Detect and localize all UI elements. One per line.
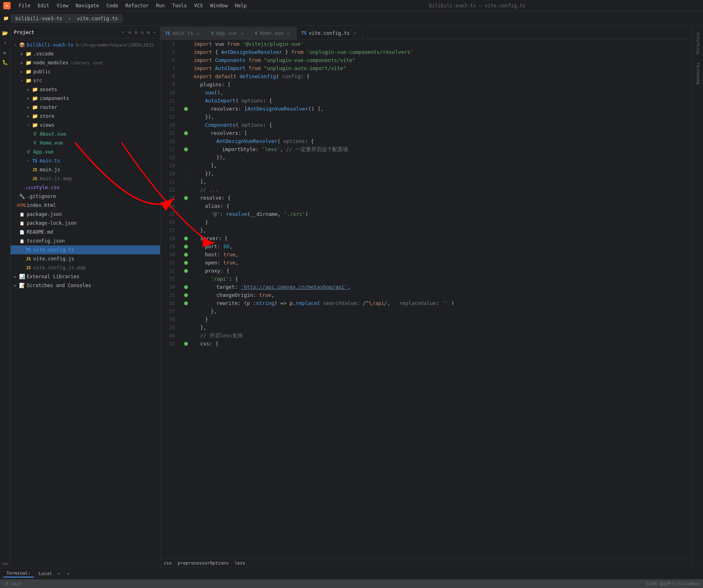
- line-num-13: 13: [160, 113, 177, 121]
- gutter-11: ⌄: [180, 97, 192, 105]
- tree-item-about-vue[interactable]: V About.vue: [11, 130, 160, 138]
- terminal-add-btn[interactable]: +: [56, 571, 62, 577]
- tree-item-store[interactable]: ▶ 📁 store: [11, 112, 160, 121]
- terminal-dropdown-btn[interactable]: ▾: [65, 571, 72, 577]
- sidebar-commit-icon[interactable]: ⬆: [1, 39, 9, 47]
- dropdown-icon[interactable]: ▾: [122, 30, 124, 34]
- gutter-10: [180, 89, 192, 97]
- tab-close-app-vue[interactable]: ✕: [239, 30, 245, 36]
- editor-area: TS main.ts ✕ V App.vue ✕ V Home.vue ✕ TS…: [160, 26, 692, 568]
- menu-file[interactable]: File: [15, 2, 34, 9]
- tree-item-vite-config-js-map[interactable]: JS vite.config.js.map: [11, 263, 160, 272]
- fold-icon-8[interactable]: ⌄: [185, 75, 187, 79]
- fold-icon-19[interactable]: ⌄: [185, 164, 187, 168]
- file-tree-locate-icon[interactable]: ⊕: [128, 29, 132, 36]
- tree-item-package-lock-json[interactable]: 📋 package-lock.json: [11, 219, 160, 228]
- tab-close-main-ts[interactable]: ✕: [196, 30, 201, 36]
- menu-help[interactable]: Help: [232, 2, 250, 9]
- editor-tab-main-ts[interactable]: TS main.ts ✕: [160, 27, 207, 40]
- tree-item-app-vue[interactable]: V App.vue: [11, 147, 160, 156]
- code-area[interactable]: import vue from '@vitejs/plugin-vue' imp…: [192, 40, 687, 558]
- fold-icon-24[interactable]: ⌄: [185, 204, 187, 208]
- editor-tabs: TS main.ts ✕ V App.vue ✕ V Home.vue ✕ TS…: [160, 26, 692, 40]
- menu-refactor[interactable]: Refactor: [122, 2, 152, 9]
- tab-close-vite-config[interactable]: ✕: [352, 30, 358, 36]
- gutter-22: [180, 186, 192, 194]
- editor-tab-app-vue[interactable]: V App.vue ✕: [207, 27, 250, 40]
- breadcrumb-preprocessor-options[interactable]: preprocessorOptions: [178, 560, 229, 566]
- breadcrumb-css[interactable]: css: [164, 560, 172, 566]
- tree-item-vscode[interactable]: ▶ 📁 .vscode: [11, 49, 160, 58]
- editor-tab-vite-config[interactable]: TS vite.config.ts ✕: [297, 27, 363, 40]
- gutter-34: ↑: [180, 283, 192, 291]
- tree-item-main-js[interactable]: JS main.js: [11, 165, 160, 174]
- fold-icon-16[interactable]: ⌄: [185, 139, 187, 143]
- folder-icon-components: 📁: [32, 95, 38, 102]
- fold-icon-26[interactable]: ⌄: [185, 220, 187, 224]
- fold-icon-39[interactable]: ⌄: [185, 326, 187, 330]
- code-line-5: import { AntDesignVueResolver } from 'un…: [194, 48, 687, 56]
- fold-icon-21[interactable]: ⌄: [185, 180, 187, 184]
- fold-icon-11[interactable]: ⌄: [185, 99, 187, 103]
- breadcrumb-less[interactable]: less: [235, 560, 246, 566]
- tree-item-vite-config-ts[interactable]: ▾ TS vite.config.ts: [11, 245, 160, 254]
- tree-item-gitignore[interactable]: 🔧 .gitignore: [11, 192, 160, 201]
- tree-item-vite-config-js[interactable]: JS vite.config.js: [11, 254, 160, 263]
- sidebar-item-bookmarks[interactable]: Bookmarks: [694, 59, 702, 87]
- menu-vcs[interactable]: VCS: [191, 2, 206, 9]
- fold-icon-37[interactable]: ⌄: [185, 309, 187, 313]
- code-line-31: open: true,: [194, 259, 687, 267]
- fold-icon-33[interactable]: ⌄: [185, 277, 187, 281]
- tree-item-public[interactable]: ▶ 📁 public: [11, 67, 160, 76]
- menu-window[interactable]: Window: [207, 2, 231, 9]
- tree-item-views[interactable]: ▾ 📁 views: [11, 121, 160, 130]
- menu-run[interactable]: Run: [153, 2, 168, 9]
- tree-item-style-css[interactable]: .css style.css: [11, 183, 160, 192]
- tree-item-node-modules[interactable]: ▶ 📁 node_modules library root: [11, 58, 160, 67]
- fold-icon-18[interactable]: ⌄: [185, 156, 187, 160]
- menu-navigate[interactable]: Navigate: [73, 2, 103, 9]
- tree-item-readme[interactable]: 📄 README.md: [11, 228, 160, 236]
- fold-icon-13[interactable]: ⌄: [185, 115, 187, 119]
- tree-item-router[interactable]: ▶ 📁 router: [11, 103, 160, 112]
- gutter-25: [180, 210, 192, 218]
- tree-item-components[interactable]: ▶ 📁 components: [11, 94, 160, 103]
- tree-label-vite-config-js: vite.config.js: [33, 256, 74, 262]
- sidebar-project-icon[interactable]: 📂: [1, 29, 9, 37]
- menu-tools[interactable]: Tools: [169, 2, 190, 9]
- tree-item-main-js-map[interactable]: JS main.js.map: [11, 174, 160, 183]
- sidebar-item-structure[interactable]: Structure: [694, 29, 702, 58]
- sidebar-debug-icon[interactable]: 🐛: [1, 58, 9, 66]
- tab-close-home-vue[interactable]: ✕: [286, 30, 291, 36]
- fold-icon-20[interactable]: ⌄: [185, 172, 187, 176]
- tree-item-main-ts[interactable]: ▾ TS main.ts: [11, 156, 160, 165]
- editor-tab-home-vue[interactable]: V Home.vue ✕: [250, 27, 297, 40]
- tree-item-tsconfig[interactable]: 📋 tsconfig.json: [11, 236, 160, 245]
- tree-item-index-html[interactable]: HTML index.html: [11, 201, 160, 210]
- menu-edit[interactable]: Edit: [34, 2, 53, 9]
- menu-view[interactable]: View: [53, 2, 72, 9]
- gutter-4: [180, 40, 192, 48]
- file-tree-collapse-icon[interactable]: ≡: [134, 29, 138, 36]
- file-tree-settings-icon[interactable]: ⚙: [146, 29, 151, 36]
- tree-item-scratches[interactable]: ▶ 📝 Scratches and Consoles: [11, 281, 160, 290]
- project-panel-tab[interactable]: bilibili-vue3-ts › vite.config.ts: [11, 14, 123, 23]
- tree-item-src[interactable]: ▾ 📁 src: [11, 76, 160, 85]
- gutter-16: ⌄: [180, 137, 192, 145]
- sidebar-run-icon[interactable]: ▶: [1, 49, 9, 57]
- file-tree-close-icon[interactable]: −: [152, 29, 157, 36]
- fold-icon-14[interactable]: ⌄: [185, 123, 187, 127]
- tree-item-package-json[interactable]: 📋 package.json: [11, 210, 160, 219]
- sidebar-npm-icon[interactable]: npm: [1, 560, 9, 568]
- menu-code[interactable]: Code: [103, 2, 122, 9]
- file-tree-sort-icon[interactable]: ⇅: [140, 29, 144, 36]
- vue-icon-app: V: [25, 149, 32, 155]
- tree-item-home-vue[interactable]: V Home.vue: [11, 138, 160, 147]
- gutter-24: ⌄: [180, 202, 192, 210]
- fold-icon-9[interactable]: ⌄: [185, 83, 187, 87]
- tree-item-assets[interactable]: ▶ 📁 assets: [11, 85, 160, 94]
- gutter-13: ⌄: [180, 113, 192, 121]
- tree-item-root[interactable]: ▾ 📦 bilibili-vue3-ts D:\ProgramWorkSpace…: [11, 40, 160, 49]
- bottom-tab-terminal[interactable]: Terminal:: [3, 570, 34, 577]
- tree-item-external-libraries[interactable]: ▶ 📊 External Libraries: [11, 272, 160, 281]
